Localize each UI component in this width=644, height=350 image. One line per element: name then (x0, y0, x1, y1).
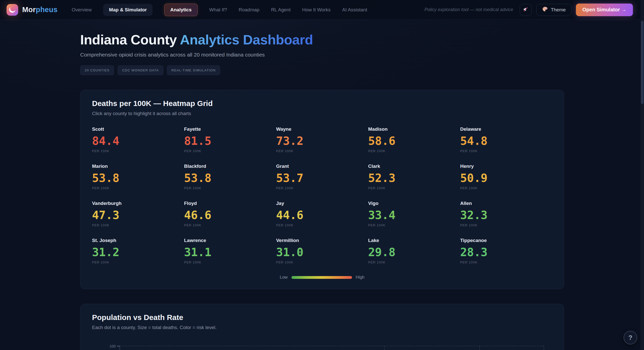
county-unit-label: PER 100K (184, 186, 276, 190)
nav-item-what-if[interactable]: What If? (209, 7, 227, 13)
badge-counties: 20 COUNTIES (80, 65, 114, 75)
open-simulator-button[interactable]: Open Simulator → (576, 4, 633, 16)
county-value: 81.5 (184, 135, 276, 147)
county-cell[interactable]: Grant 53.7 PER 100K (276, 164, 368, 190)
nav-item-map-simulator[interactable]: Map & Simulator (103, 4, 153, 16)
heatmap-card-title: Deaths per 100K — Heatmap Grid (92, 99, 552, 108)
county-unit-label: PER 100K (368, 186, 460, 190)
county-value: 31.1 (184, 247, 276, 258)
county-value: 53.8 (92, 172, 184, 184)
county-value: 31.2 (92, 247, 184, 258)
county-cell[interactable]: Marion 53.8 PER 100K (92, 164, 184, 190)
legend-high-label: High (356, 275, 365, 280)
county-cell[interactable]: St. Joseph 31.2 PER 100K (92, 238, 184, 264)
county-cell[interactable]: Blackford 53.8 PER 100K (184, 164, 276, 190)
county-name: Blackford (184, 164, 276, 169)
county-unit-label: PER 100K (92, 186, 184, 190)
county-cell[interactable]: Henry 50.9 PER 100K (460, 164, 552, 190)
county-name: Fayette (184, 126, 276, 132)
county-cell[interactable]: Vanderburgh 47.3 PER 100K (92, 201, 184, 227)
theme-button[interactable]: Theme (536, 4, 571, 16)
legend-gradient-bar (291, 276, 352, 279)
county-cell[interactable]: Wayne 73.2 PER 100K (276, 126, 368, 153)
county-name: Scott (92, 126, 184, 132)
heatmap-card-subtitle: Click any county to highlight it across … (92, 111, 552, 116)
y-axis-tick-label: 100 (102, 344, 116, 348)
county-value: 53.8 (184, 172, 276, 184)
heatmap-card: Deaths per 100K — Heatmap Grid Click any… (80, 90, 564, 289)
county-cell[interactable]: Scott 84.4 PER 100K (92, 126, 184, 153)
county-value: 73.2 (276, 135, 368, 147)
county-value: 28.3 (460, 247, 552, 258)
county-name: St. Joseph (92, 238, 184, 243)
county-value: 84.4 (92, 135, 184, 147)
top-nav: Morpheus Overview Map & Simulator Analyt… (0, 0, 640, 20)
county-value: 58.6 (368, 135, 460, 147)
county-unit-label: PER 100K (184, 260, 276, 264)
county-unit-label: PER 100K (460, 260, 552, 264)
nav-item-ai-assistant[interactable]: AI Assistant (342, 7, 367, 13)
county-grid: Scott 84.4 PER 100K Fayette 81.5 PER 100… (92, 126, 552, 264)
county-cell[interactable]: Lawrence 31.1 PER 100K (184, 238, 276, 264)
nav-item-roadmap[interactable]: Roadmap (239, 7, 259, 13)
morpheus-logo[interactable] (7, 4, 18, 16)
county-cell[interactable]: Jay 44.6 PER 100K (276, 201, 368, 227)
county-unit-label: PER 100K (460, 149, 552, 153)
county-cell[interactable]: Floyd 46.6 PER 100K (184, 201, 276, 227)
county-unit-label: PER 100K (184, 223, 276, 227)
brand-name: Morpheus (22, 6, 57, 14)
county-cell[interactable]: Lake 29.8 PER 100K (368, 238, 460, 264)
county-unit-label: PER 100K (92, 223, 184, 227)
county-name: Madison (368, 126, 460, 132)
legend-low-label: Low (280, 275, 287, 280)
county-name: Vermillion (276, 238, 368, 243)
county-value: 54.8 (460, 135, 552, 147)
county-cell[interactable]: Madison 58.6 PER 100K (368, 126, 460, 153)
nav-item-overview[interactable]: Overview (72, 7, 92, 13)
county-unit-label: PER 100K (92, 149, 184, 153)
county-cell[interactable]: Delaware 54.8 PER 100K (460, 126, 552, 153)
county-cell[interactable]: Allen 32.3 PER 100K (460, 201, 552, 227)
county-cell[interactable]: Fayette 81.5 PER 100K (184, 126, 276, 153)
scrollbar-thumb[interactable] (641, 21, 643, 104)
gridline-vertical (479, 346, 480, 350)
county-unit-label: PER 100K (92, 260, 184, 264)
county-name: Allen (460, 201, 552, 206)
county-name: Henry (460, 164, 552, 169)
county-unit-label: PER 100K (276, 260, 368, 264)
nav-item-how-it-works[interactable]: How It Works (302, 7, 331, 13)
gridline-vertical (384, 346, 385, 350)
county-unit-label: PER 100K (276, 149, 368, 153)
palette-icon (542, 6, 548, 13)
hero-section: Indiana County Analytics Dashboard Compr… (80, 32, 564, 75)
county-cell[interactable]: Vigo 33.4 PER 100K (368, 201, 460, 227)
mute-button[interactable] (520, 4, 532, 16)
page-title: Indiana County Analytics Dashboard (80, 32, 564, 47)
gridline-horizontal (120, 346, 544, 346)
county-cell[interactable]: Vermillion 31.0 PER 100K (276, 238, 368, 264)
scrollbar-track[interactable] (640, 0, 644, 350)
county-name: Delaware (460, 126, 552, 132)
county-cell[interactable]: Tippecanoe 28.3 PER 100K (460, 238, 552, 264)
gridline-vertical (544, 346, 544, 350)
county-name: Grant (276, 164, 368, 169)
county-value: 47.3 (92, 209, 184, 221)
county-unit-label: PER 100K (460, 223, 552, 227)
scatter-card-title: Population vs Death Rate (92, 313, 552, 322)
help-button[interactable]: ? (624, 331, 637, 344)
county-name: Lawrence (184, 238, 276, 243)
county-value: 50.9 (460, 172, 552, 184)
county-name: Jay (276, 201, 368, 206)
y-axis-tick-mark (117, 346, 120, 346)
county-value: 31.0 (276, 247, 368, 258)
county-value: 33.4 (368, 209, 460, 221)
page-subtitle: Comprehensive opioid crisis analytics ac… (80, 52, 564, 58)
speaker-muted-icon (523, 6, 529, 13)
county-cell[interactable]: Clark 52.3 PER 100K (368, 164, 460, 190)
county-name: Lake (368, 238, 460, 243)
page-background: Morpheus Overview Map & Simulator Analyt… (0, 0, 644, 350)
nav-item-analytics[interactable]: Analytics (164, 4, 197, 16)
nav-right-cluster: Policy exploration tool — not medical ad… (424, 4, 633, 16)
scatter-card-subtitle: Each dot is a county. Size = total death… (92, 325, 552, 330)
nav-item-rl-agent[interactable]: RL Agent (271, 7, 290, 13)
